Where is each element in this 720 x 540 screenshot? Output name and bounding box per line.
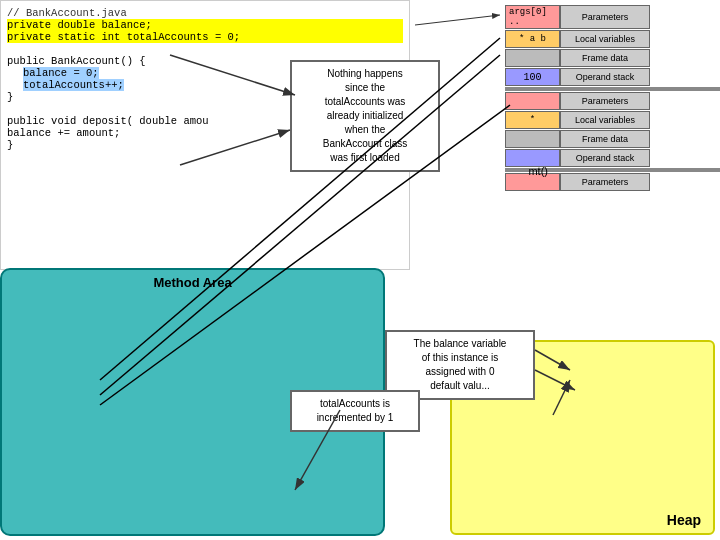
- stack-frame-data: [505, 49, 560, 67]
- stack-params-label: Parameters: [560, 5, 650, 29]
- stack-operand2-label: Operand stack: [560, 149, 650, 167]
- stack-locals2-label: Local variables: [560, 111, 650, 129]
- stack-frame2-label: Frame data: [560, 130, 650, 148]
- stack-params2: [505, 92, 560, 110]
- stack-separator1: [505, 87, 720, 91]
- stack-frame2: [505, 130, 560, 148]
- svg-line-1: [415, 15, 500, 25]
- stack-framedata-label: Frame data: [560, 49, 650, 67]
- stack-locals-label: Local variables: [560, 30, 650, 48]
- tooltip-nothing-happens: Nothing happens since the totalAccounts …: [290, 60, 440, 172]
- stack-args: args[0] ..: [505, 5, 560, 29]
- init-label: mt(): [528, 165, 548, 177]
- code-line1: private double balance;: [7, 19, 403, 31]
- stack-params2-label: Parameters: [560, 92, 650, 110]
- stack-locals2: *: [505, 111, 560, 129]
- stack-locals-val: * a b: [505, 30, 560, 48]
- code-comment: // BankAccount.java: [7, 7, 403, 19]
- stack-operand-label: Operand stack: [560, 68, 650, 86]
- stack-operand: 100: [505, 68, 560, 86]
- method-area-title: Method Area: [7, 275, 378, 290]
- stack-params3-label: Parameters: [560, 173, 650, 191]
- code-line-blank: [7, 43, 403, 55]
- heap-title: Heap: [667, 512, 701, 528]
- jvm-stack: main() args[0] .. Parameters * a b Local…: [500, 0, 720, 270]
- code-line2: private static int totalAccounts = 0;: [7, 31, 403, 43]
- tooltip-total-incremented: totalAccounts is incremented by 1: [290, 390, 420, 432]
